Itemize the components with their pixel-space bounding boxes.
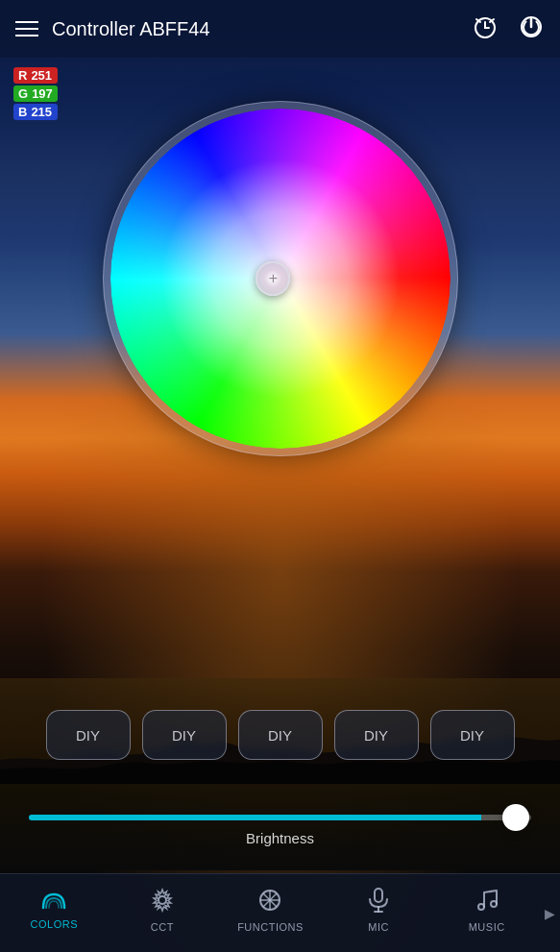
brightness-section: Brightness: [29, 815, 531, 846]
nav-item-cct[interactable]: CCT: [109, 874, 217, 952]
svg-point-13: [491, 901, 497, 907]
diy-button-2[interactable]: DIY: [142, 710, 227, 760]
header-left: Controller ABFF44: [15, 18, 210, 40]
nav-item-mic[interactable]: MIC: [325, 874, 433, 952]
brightness-label: Brightness: [29, 830, 531, 846]
nav-label-mic: MIC: [368, 921, 389, 933]
nav-item-music[interactable]: MUSIC: [432, 874, 541, 952]
diy-buttons-container: DIY DIY DIY DIY DIY: [46, 710, 515, 760]
svg-point-12: [478, 904, 484, 910]
nav-expand-arrow[interactable]: ▶: [541, 874, 560, 952]
mic-icon: [368, 888, 389, 916]
color-picker-cursor[interactable]: +: [256, 261, 290, 296]
menu-button[interactable]: [15, 21, 38, 37]
header: Controller ABFF44: [0, 0, 560, 58]
page-title: Controller ABFF44: [52, 18, 210, 40]
svg-rect-9: [375, 889, 382, 902]
color-wheel[interactable]: +: [110, 109, 450, 449]
music-icon: [475, 888, 499, 916]
cct-icon: [150, 888, 175, 916]
functions-icon: [257, 888, 282, 916]
alarm-icon[interactable]: [472, 13, 499, 45]
colors-icon: [41, 891, 66, 914]
rgb-values: R 251 G 197 B 215: [13, 67, 58, 120]
rgb-red: R 251: [13, 67, 58, 84]
color-wheel-container[interactable]: +: [103, 101, 458, 456]
header-right: [472, 13, 545, 45]
color-wheel-outer: +: [103, 101, 458, 456]
diy-button-5[interactable]: DIY: [430, 710, 515, 760]
nav-item-functions[interactable]: FUNCTIONS: [216, 874, 325, 952]
nav-label-music: MUSIC: [469, 921, 505, 933]
diy-button-4[interactable]: DIY: [334, 710, 419, 760]
brightness-thumb[interactable]: [502, 804, 529, 831]
rgb-green: G 197: [13, 85, 58, 102]
diy-button-1[interactable]: DIY: [46, 710, 131, 760]
nav-label-cct: CCT: [151, 921, 174, 933]
nav-label-colors: COLORS: [31, 918, 78, 930]
svg-point-3: [158, 896, 166, 904]
app-container: Controller ABFF44: [0, 0, 560, 952]
brightness-slider[interactable]: [29, 815, 531, 820]
bottom-nav: COLORS CCT: [0, 873, 560, 952]
rgb-blue: B 215: [13, 104, 58, 120]
diy-button-3[interactable]: DIY: [238, 710, 323, 760]
power-icon[interactable]: [518, 13, 545, 44]
nav-item-colors[interactable]: COLORS: [0, 874, 109, 952]
nav-label-functions: FUNCTIONS: [237, 921, 304, 933]
